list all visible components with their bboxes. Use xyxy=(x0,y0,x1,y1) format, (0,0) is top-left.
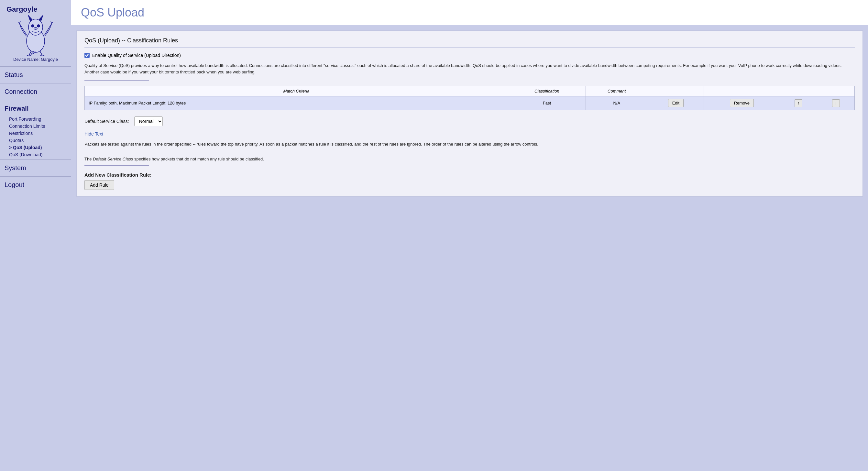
sidebar-item-restrictions[interactable]: Restrictions xyxy=(0,130,71,137)
sidebar-divider-4 xyxy=(0,159,71,160)
enable-qos-label: Enable Quality of Service (Upload Direct… xyxy=(92,53,181,58)
info-text-2-suffix: specifies how packets that do not match … xyxy=(133,157,264,161)
classification-cell: Fast xyxy=(508,96,586,110)
col-header-remove xyxy=(704,86,780,96)
page-title-bar: QoS Upload xyxy=(71,0,868,25)
svg-point-6 xyxy=(34,28,37,29)
add-rule-section-label: Add New Classification Rule: xyxy=(85,172,855,178)
sidebar-item-quotas[interactable]: Quotas xyxy=(0,137,71,144)
sidebar: Gargoyle xyxy=(0,0,71,471)
sidebar-item-connection[interactable]: Connection xyxy=(0,85,71,99)
content-area: QoS (Upload) -- Classification Rules Ena… xyxy=(76,30,863,197)
down-cell: ↓ xyxy=(817,96,855,110)
gargoyle-logo xyxy=(18,13,53,56)
sidebar-item-firewall[interactable]: Firewall xyxy=(0,101,71,116)
sidebar-item-logout[interactable]: Logout xyxy=(0,178,71,192)
default-service-class-row: Default Service Class: NormalFastSlowBul… xyxy=(85,117,855,126)
enable-row: Enable Quality of Service (Upload Direct… xyxy=(85,53,855,58)
col-header-comment: Comment xyxy=(586,86,648,96)
up-cell: ↑ xyxy=(780,96,817,110)
svg-point-1 xyxy=(28,19,43,35)
info-text-2: The Default Service Class specifies how … xyxy=(85,156,855,162)
sidebar-item-system[interactable]: System xyxy=(0,161,71,175)
rules-table: Match Criteria Classification Comment IP… xyxy=(85,86,855,110)
svg-marker-2 xyxy=(28,15,32,21)
col-header-down xyxy=(817,86,855,96)
app-name: Gargoyle xyxy=(3,5,37,13)
sidebar-item-status[interactable]: Status xyxy=(0,68,71,82)
sidebar-divider-2 xyxy=(0,83,71,84)
divider-2 xyxy=(85,165,149,166)
table-header-row: Match Criteria Classification Comment xyxy=(85,86,855,96)
add-rule-section: Add New Classification Rule: Add Rule xyxy=(85,172,855,190)
info-text-2-prefix: The xyxy=(85,157,93,161)
col-header-up xyxy=(780,86,817,96)
table-row: IP Family: both, Maximum Packet Length: … xyxy=(85,96,855,110)
description-text: Quality of Service (QoS) provides a way … xyxy=(85,62,855,75)
sidebar-item-port-forwarding[interactable]: Port Forwarding xyxy=(0,116,71,123)
sidebar-divider-1 xyxy=(0,66,71,67)
main-content: QoS Upload QoS (Upload) -- Classificatio… xyxy=(71,0,868,471)
match-criteria-cell: IP Family: both, Maximum Packet Length: … xyxy=(85,96,508,110)
default-service-class-label: Default Service Class: xyxy=(85,119,129,124)
sidebar-divider-3 xyxy=(0,100,71,100)
page-title: QoS Upload xyxy=(81,6,858,20)
svg-marker-3 xyxy=(39,15,43,21)
comment-cell: N/A xyxy=(586,96,648,110)
sidebar-item-qos-download[interactable]: QoS (Download) xyxy=(0,151,71,158)
col-header-edit xyxy=(648,86,704,96)
sidebar-item-connection-limits[interactable]: Connection Limits xyxy=(0,123,71,130)
remove-button[interactable]: Remove xyxy=(730,99,754,107)
down-arrow-button[interactable]: ↓ xyxy=(832,99,840,107)
remove-cell: Remove xyxy=(704,96,780,110)
divider-1 xyxy=(85,80,149,81)
hide-text-link[interactable]: Hide Text xyxy=(85,131,103,136)
col-header-classification: Classification xyxy=(508,86,586,96)
svg-point-4 xyxy=(31,25,34,27)
info-text-2-em: Default Service Class xyxy=(93,157,133,161)
add-rule-button[interactable]: Add Rule xyxy=(85,180,114,190)
svg-point-5 xyxy=(37,25,40,27)
enable-qos-checkbox[interactable] xyxy=(85,53,90,58)
col-header-match-criteria: Match Criteria xyxy=(85,86,508,96)
default-service-class-select[interactable]: NormalFastSlowBulk xyxy=(134,117,163,126)
sidebar-divider-5 xyxy=(0,176,71,177)
edit-cell: Edit xyxy=(648,96,704,110)
sidebar-item-qos-upload[interactable]: QoS (Upload) xyxy=(0,144,71,151)
up-arrow-button[interactable]: ↑ xyxy=(795,99,802,107)
device-name: Device Name: Gargoyle xyxy=(13,57,58,62)
sidebar-logo-area: Gargoyle xyxy=(0,0,71,65)
section-title: QoS (Upload) -- Classification Rules xyxy=(85,37,855,48)
edit-button[interactable]: Edit xyxy=(668,99,684,107)
info-text-1: Packets are tested against the rules in … xyxy=(85,141,855,148)
